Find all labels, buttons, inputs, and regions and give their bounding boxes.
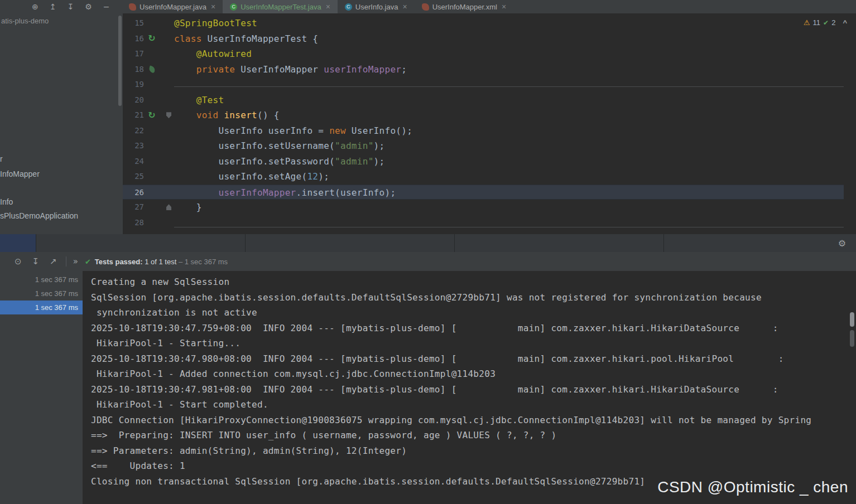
console-scrollbar[interactable] [850, 330, 854, 347]
gutter [144, 93, 160, 108]
import-results-icon[interactable]: ↧ [32, 258, 40, 266]
console-line: ==> Preparing: INSERT INTO user_info ( u… [91, 428, 856, 443]
editor-tab[interactable]: UserInfo.java× [338, 0, 415, 13]
more-actions-icon[interactable]: » [73, 256, 78, 266]
gutter [144, 77, 160, 93]
export-results-icon[interactable]: ↗ [50, 258, 57, 266]
expand-all-icon[interactable]: ↥ [50, 3, 56, 11]
mapper-file-icon [129, 3, 136, 11]
console-line: 2025-10-18T19:30:47.981+08:00 INFO 2004 … [91, 382, 856, 398]
method-separator [174, 86, 844, 87]
locate-icon[interactable]: ⊕ [32, 3, 39, 11]
tests-passed-detail: 1 of 1 test [143, 258, 177, 266]
run-panel-body: 1 sec 367 ms1 sec 367 ms1 sec 367 ms Cre… [0, 271, 856, 504]
watermark: CSDN @Optimistic _ chen [657, 478, 848, 496]
tool-window-header: ⚙ [0, 234, 856, 252]
line-number: 18 [123, 62, 144, 77]
spring-bean-icon[interactable] [148, 65, 156, 73]
console-line: 2025-10-18T19:30:47.759+08:00 INFO 2004 … [91, 321, 856, 336]
fold-column [160, 154, 174, 169]
project-tree-item[interactable]: r [0, 153, 3, 164]
editor-tab[interactable]: UserInfoMapper.java× [122, 0, 223, 13]
header-segment [455, 234, 664, 252]
fold-column [160, 16, 174, 31]
gutter [144, 215, 160, 231]
fold-end-icon[interactable] [166, 204, 171, 210]
test-tree-row[interactable]: 1 sec 367 ms [0, 287, 83, 301]
tool-window-tab[interactable] [0, 234, 36, 252]
fold-column [160, 93, 174, 108]
tab-close-icon[interactable]: × [211, 2, 215, 11]
project-scrollbar[interactable] [118, 16, 122, 106]
line-number: 28 [123, 215, 144, 231]
code-line[interactable]: 28 [123, 215, 844, 231]
code-text: userInfoMapper.insert(userInfo); [174, 185, 396, 200]
editor-tab[interactable]: UserInfoMapper.xml× [415, 0, 514, 13]
collapse-all-icon[interactable]: ↧ [67, 3, 74, 11]
code-text: } [174, 200, 202, 215]
fold-column [160, 169, 174, 185]
tab-label: UserInfoMapper.java [140, 3, 206, 11]
code-text: private UserInfoMapper userInfoMapper; [174, 62, 407, 77]
code-line[interactable]: 22 UserInfo userInfo = new UserInfo(); [123, 123, 844, 139]
line-number: 22 [123, 123, 144, 139]
test-status: ✔ Tests passed: 1 of 1 test – 1 sec 367 … [85, 258, 228, 266]
editor-tab-bar: ⊕↥↧⚙− UserInfoMapper.java×UserInfoMapper… [0, 0, 856, 13]
project-root-item[interactable]: atis-plus-demo [1, 17, 49, 25]
method-separator [174, 227, 844, 227]
code-line[interactable]: 18 private UserInfoMapper userInfoMapper… [123, 62, 844, 77]
line-number: 17 [123, 46, 144, 62]
code-line[interactable]: 23 userInfo.setUsername("admin"); [123, 138, 844, 154]
fold-column [160, 62, 174, 77]
console-line: <== Updates: 1 [91, 458, 856, 474]
code-text: @SpringBootTest [174, 16, 257, 31]
code-line[interactable]: 19 [123, 77, 844, 93]
code-editor[interactable]: 15@SpringBootTest16↻class UserInfoMapper… [123, 13, 856, 234]
gutter [144, 169, 160, 185]
code-text: @Test [174, 93, 224, 108]
run-test-icon[interactable]: ↻ [148, 111, 156, 120]
console-scrollbar[interactable] [850, 312, 854, 327]
code-line[interactable]: 24 userInfo.setPassword("admin"); [123, 154, 844, 169]
code-line[interactable]: 16↻class UserInfoMapperTest { [123, 31, 844, 47]
chevron-up-icon[interactable]: ^ [843, 18, 847, 27]
gutter [144, 16, 160, 31]
line-number: 25 [123, 169, 144, 185]
test-tree-row[interactable]: 1 sec 367 ms [0, 273, 83, 287]
project-tree-item[interactable]: Info [0, 196, 13, 207]
project-toolbar: ⊕↥↧⚙− [0, 0, 122, 13]
code-line[interactable]: 17 @Autowired [123, 46, 844, 62]
fold-column [160, 185, 174, 200]
editor-tab[interactable]: UserInfoMapperTest.java× [223, 0, 338, 13]
code-text: @Autowired [174, 46, 252, 62]
tab-close-icon[interactable]: × [326, 2, 330, 11]
fold-start-icon[interactable] [166, 112, 171, 118]
console-line: HikariPool-1 - Starting... [91, 336, 856, 351]
gutter [144, 62, 160, 77]
console-line: 2025-10-18T19:30:47.980+08:00 INFO 2004 … [91, 351, 856, 367]
test-class-file-icon [230, 3, 237, 11]
hide-panel-icon[interactable]: − [103, 3, 110, 11]
header-segment [36, 234, 246, 252]
test-toolbar: ⊙↧↗ » ✔ Tests passed: 1 of 1 test – 1 se… [0, 252, 856, 271]
tab-close-icon[interactable]: × [402, 2, 407, 11]
line-number: 19 [123, 77, 144, 93]
fold-column [160, 123, 174, 139]
code-line[interactable]: 21↻ void insert() { [123, 108, 844, 123]
code-line[interactable]: 20 @Test [123, 93, 844, 108]
code-line[interactable]: 25 userInfo.setAge(12); [123, 169, 844, 185]
inspections-widget[interactable]: ⚠ 11 ✔ 2 ^ [804, 18, 847, 27]
code-line[interactable]: 15@SpringBootTest [123, 16, 844, 31]
code-line[interactable]: 26 userInfoMapper.insert(userInfo); [123, 185, 844, 200]
options-gear-icon[interactable]: ⚙ [838, 238, 846, 249]
run-console[interactable]: Creating a new SqlSessionSqlSession [org… [83, 271, 856, 504]
project-tree-item[interactable]: sPlusDemoApplication [0, 210, 78, 221]
run-test-icon[interactable]: ↻ [148, 34, 156, 43]
tab-close-icon[interactable]: × [502, 2, 506, 11]
code-line[interactable]: 27 } [123, 200, 844, 215]
console-line: ==> Parameters: admin(String), admin(Str… [91, 443, 856, 459]
settings-gear-icon[interactable]: ⚙ [85, 3, 92, 11]
filter-passed-icon[interactable]: ⊙ [15, 258, 22, 266]
project-tree-item[interactable]: InfoMapper [0, 168, 40, 180]
test-tree-row[interactable]: 1 sec 367 ms [0, 301, 83, 314]
